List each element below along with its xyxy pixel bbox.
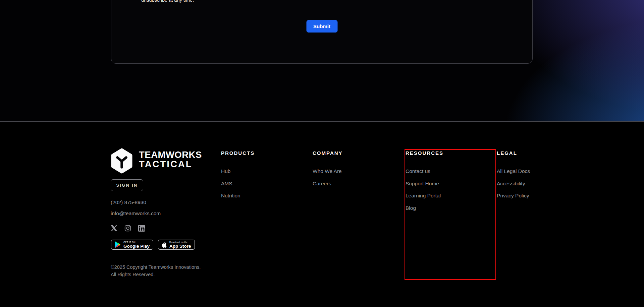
google-play-badge[interactable]: GET IT ON Google Play xyxy=(111,240,153,250)
app-store-badge[interactable]: Download on the App Store xyxy=(158,240,195,250)
column-heading-resources: RESOURCES xyxy=(406,150,483,156)
instagram-icon[interactable] xyxy=(124,225,131,232)
newsletter-disclaimer-text: unsubscribe at any time. xyxy=(141,0,194,3)
logo-text-tactical: TACTICAL xyxy=(139,160,192,169)
social-links xyxy=(111,225,145,232)
footer-link-support-home[interactable]: Support Home xyxy=(406,181,439,186)
google-play-label: Google Play xyxy=(123,244,150,249)
x-twitter-icon[interactable] xyxy=(111,225,117,232)
column-heading-company: COMPANY xyxy=(313,150,390,156)
column-heading-legal: LEGAL xyxy=(497,150,574,156)
sign-in-button[interactable]: SIGN IN xyxy=(111,179,143,191)
footer-column-company: COMPANY Who We Are Careers xyxy=(313,150,390,193)
footer-link-careers[interactable]: Careers xyxy=(313,181,331,186)
copyright-text: ©2025 Copyright Teamworks Innovations. A… xyxy=(111,264,201,278)
brand-logo[interactable]: TEAMWORKS TACTICAL xyxy=(111,148,208,174)
email-link[interactable]: info@teamworks.com xyxy=(111,210,161,217)
copyright-line1: ©2025 Copyright Teamworks Innovations. xyxy=(111,264,201,271)
newsletter-card: unsubscribe at any time. Submit xyxy=(111,0,533,64)
copyright-line2: All Rights Reserved. xyxy=(111,271,201,279)
submit-button[interactable]: Submit xyxy=(306,20,337,33)
google-play-tagline: GET IT ON xyxy=(123,241,150,244)
column-heading-products: PRODUCTS xyxy=(221,150,298,156)
footer-link-accessibility[interactable]: Accessibility xyxy=(497,181,525,186)
app-badges: GET IT ON Google Play Download on the Ap… xyxy=(111,240,195,250)
footer-link-all-legal-docs[interactable]: All Legal Docs xyxy=(497,168,530,174)
phone-link[interactable]: (202) 875-8930 xyxy=(111,199,146,205)
teamworks-hexagon-icon xyxy=(111,148,132,174)
app-store-label: App Store xyxy=(169,244,191,249)
footer: TEAMWORKS TACTICAL SIGN IN (202) 875-893… xyxy=(0,122,644,307)
footer-link-hub[interactable]: Hub xyxy=(221,168,230,174)
google-play-icon xyxy=(115,241,121,248)
footer-column-products: PRODUCTS Hub AMS Nutrition xyxy=(221,150,298,205)
app-store-tagline: Download on the xyxy=(169,241,191,244)
footer-link-privacy-policy[interactable]: Privacy Policy xyxy=(497,193,529,198)
footer-link-who-we-are[interactable]: Who We Are xyxy=(313,168,342,174)
footer-link-ams[interactable]: AMS xyxy=(221,181,232,186)
footer-link-learning-portal[interactable]: Learning Portal xyxy=(406,193,441,198)
footer-link-contact-us[interactable]: Contact us xyxy=(406,168,430,174)
apple-icon xyxy=(162,242,167,248)
logo-text-teamworks: TEAMWORKS xyxy=(139,150,202,160)
footer-link-nutrition[interactable]: Nutrition xyxy=(221,193,240,198)
linkedin-icon[interactable] xyxy=(138,225,145,232)
footer-column-legal: LEGAL All Legal Docs Accessibility Priva… xyxy=(497,150,574,205)
newsletter-section: unsubscribe at any time. Submit xyxy=(0,0,644,122)
footer-link-blog[interactable]: Blog xyxy=(406,205,416,211)
footer-column-resources: RESOURCES Contact us Support Home Learni… xyxy=(406,150,483,218)
